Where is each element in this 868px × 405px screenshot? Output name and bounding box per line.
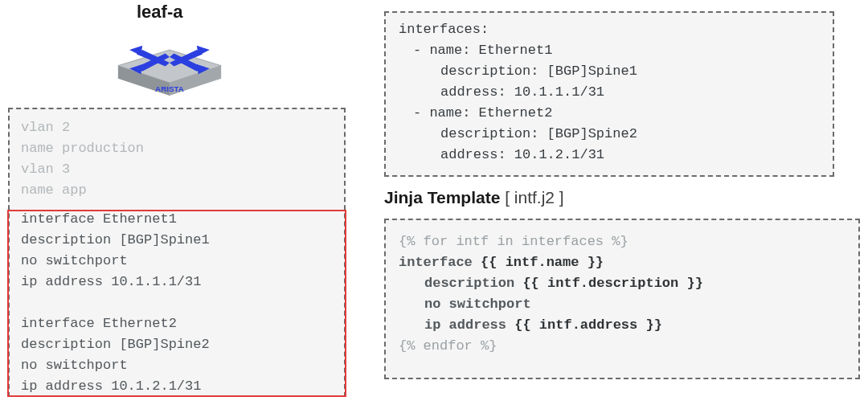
jinja-for-open: {% for intf in interfaces %} [399,231,845,252]
jinja-template-box: {% for intf in interfaces %} interface {… [384,219,860,379]
jinja-for-close: {% endfor %} [399,336,845,357]
yaml-item-line: description: [BGP]Spine2 [399,124,820,145]
switch-vendor-label: ARISTA [155,84,184,93]
yaml-item-line: address: 10.1.1.1/31 [399,82,820,103]
interface-config-block: interface Ethernet1 description [BGP]Spi… [10,209,344,405]
vlan-config-block: vlan 2 name production vlan 3 name app [10,109,344,204]
jinja-heading-bold: Jinja Template [384,188,500,207]
yaml-item-line: - name: Ethernet2 [399,103,820,124]
yaml-key: interfaces: [399,19,820,40]
yaml-item-line: address: 10.1.2.1/31 [399,145,820,166]
yaml-vars-box: interfaces: - name: Ethernet1 descriptio… [384,11,834,177]
leaf-title: leaf-a [137,2,182,22]
arista-switch-icon: ARISTA [109,24,230,103]
jinja-line-ipaddress: ip address {{ intf.address }} [399,315,845,336]
svg-marker-10 [197,46,210,55]
yaml-item-line: - name: Ethernet1 [399,40,820,61]
switch-config-box: vlan 2 name production vlan 3 name app i… [8,108,346,397]
yaml-item-line: description: [BGP]Spine1 [399,61,820,82]
jinja-heading-filename: [ intf.j2 ] [500,188,563,207]
jinja-line-noswitchport: no switchport [399,294,845,315]
jinja-template-heading: Jinja Template [ intf.j2 ] [384,188,564,207]
jinja-line-description: description {{ intf.description }} [399,273,845,294]
svg-marker-9 [129,46,142,55]
jinja-line-interface: interface {{ intf.name }} [399,252,845,273]
